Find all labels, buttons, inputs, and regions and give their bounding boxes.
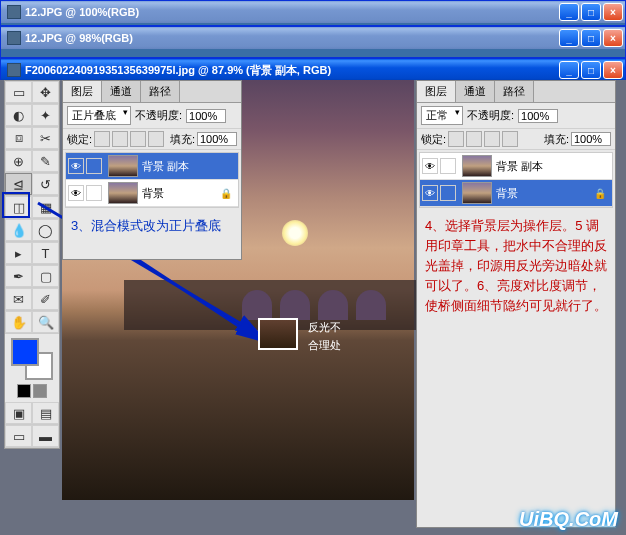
layer-thumbnail[interactable]: [108, 155, 138, 177]
minimize-button[interactable]: _: [559, 29, 579, 47]
panel-tabs: 图层 通道 路径: [417, 81, 615, 103]
swap-colors[interactable]: [33, 384, 47, 398]
foreground-color[interactable]: [11, 338, 39, 366]
tab-layers[interactable]: 图层: [417, 81, 456, 102]
window-controls: _ □ ×: [559, 61, 623, 79]
fill-input[interactable]: 100%: [571, 132, 611, 146]
annotation-line1: 反光不: [308, 318, 341, 336]
default-colors[interactable]: [17, 384, 31, 398]
link-icon[interactable]: [440, 158, 456, 174]
path-tool[interactable]: ▸: [5, 242, 32, 264]
opacity-input[interactable]: 100%: [186, 109, 226, 123]
fill-input[interactable]: 100%: [197, 132, 237, 146]
layer-list: 👁 背景 副本 👁 背景 🔒: [65, 152, 239, 208]
visibility-icon[interactable]: 👁: [422, 185, 438, 201]
quickmask-off[interactable]: ▣: [5, 402, 32, 424]
close-button[interactable]: ×: [603, 3, 623, 21]
app-icon: [7, 63, 21, 77]
lock-icon: 🔒: [594, 188, 606, 199]
layer-name: 背景: [496, 186, 518, 201]
fill-label: 填充:: [170, 132, 195, 147]
heal-tool[interactable]: ⊕: [5, 150, 32, 172]
quickmask-on[interactable]: ▤: [32, 402, 59, 424]
lock-position[interactable]: [484, 131, 500, 147]
hand-tool[interactable]: ✋: [5, 311, 32, 333]
annotation-box: [258, 318, 298, 350]
visibility-icon[interactable]: 👁: [68, 185, 84, 201]
blend-mode-dropdown[interactable]: 正片叠底: [67, 106, 131, 125]
lock-transparency[interactable]: [448, 131, 464, 147]
layer-bg[interactable]: 👁 背景 🔒: [420, 180, 612, 207]
link-icon[interactable]: [86, 185, 102, 201]
marquee-tool[interactable]: ▭: [5, 81, 32, 103]
pen-tool[interactable]: ✒: [5, 265, 32, 287]
blend-mode-dropdown[interactable]: 正常: [421, 106, 463, 125]
minimize-button[interactable]: _: [559, 61, 579, 79]
brush-tool[interactable]: ✎: [32, 150, 59, 172]
eyedropper-tool[interactable]: ✐: [32, 288, 59, 310]
titlebar-1[interactable]: 12.JPG @ 100%(RGB) _ □ ×: [1, 1, 625, 23]
layer-thumbnail[interactable]: [462, 182, 492, 204]
lock-position[interactable]: [130, 131, 146, 147]
screen-mode-1[interactable]: ▭: [5, 425, 32, 447]
maximize-button[interactable]: □: [581, 3, 601, 21]
tab-channels[interactable]: 通道: [456, 81, 495, 102]
layer-thumbnail[interactable]: [108, 182, 138, 204]
title-1: 12.JPG @ 100%(RGB): [25, 6, 559, 18]
blur-tool[interactable]: 💧: [5, 219, 32, 241]
maximize-button[interactable]: □: [581, 29, 601, 47]
wand-tool[interactable]: ✦: [32, 104, 59, 126]
visibility-icon[interactable]: 👁: [422, 158, 438, 174]
lock-transparency[interactable]: [94, 131, 110, 147]
close-button[interactable]: ×: [603, 61, 623, 79]
annotation-text: 反光不 合理处: [308, 318, 341, 354]
opacity-label: 不透明度:: [467, 108, 514, 123]
title-2: 12.JPG @ 98%(RGB): [25, 32, 559, 44]
zoom-tool[interactable]: 🔍: [32, 311, 59, 333]
move-tool[interactable]: ✥: [32, 81, 59, 103]
layer-thumbnail[interactable]: [462, 155, 492, 177]
eraser-tool[interactable]: ◫: [5, 196, 32, 218]
close-button[interactable]: ×: [603, 29, 623, 47]
link-icon[interactable]: [440, 185, 456, 201]
layer-list: 👁 背景 副本 👁 背景 🔒: [419, 152, 613, 208]
tab-paths[interactable]: 路径: [141, 81, 180, 102]
window-1: 12.JPG @ 100%(RGB) _ □ ×: [0, 0, 626, 26]
minimize-button[interactable]: _: [559, 3, 579, 21]
slice-tool[interactable]: ✂: [32, 127, 59, 149]
visibility-icon[interactable]: 👁: [68, 158, 84, 174]
tab-layers[interactable]: 图层: [63, 81, 102, 102]
lock-pixels[interactable]: [112, 131, 128, 147]
history-brush-tool[interactable]: ↺: [32, 173, 59, 195]
layer-bg-copy[interactable]: 👁 背景 副本: [66, 153, 238, 180]
lock-all[interactable]: [502, 131, 518, 147]
lock-pixels[interactable]: [466, 131, 482, 147]
toolbox: ▭✥ ◐✦ ⧈✂ ⊕✎ ⊴↺ ◫▦ 💧◯ ▸T ✒▢ ✉✐ ✋🔍 ▣▤ ▭▬: [4, 80, 60, 449]
layer-name: 背景: [142, 186, 164, 201]
type-tool[interactable]: T: [32, 242, 59, 264]
arch-graphic: [242, 290, 272, 320]
opacity-label: 不透明度:: [135, 108, 182, 123]
tab-channels[interactable]: 通道: [102, 81, 141, 102]
link-icon[interactable]: [86, 158, 102, 174]
tab-paths[interactable]: 路径: [495, 81, 534, 102]
shape-tool[interactable]: ▢: [32, 265, 59, 287]
notes-tool[interactable]: ✉: [5, 288, 32, 310]
window-2: 12.JPG @ 98%(RGB) _ □ ×: [0, 26, 626, 58]
titlebar-3[interactable]: F20060224091935135639975l.jpg @ 87.9% (背…: [1, 59, 625, 81]
lasso-tool[interactable]: ◐: [5, 104, 32, 126]
panel-tabs: 图层 通道 路径: [63, 81, 241, 103]
gradient-tool[interactable]: ▦: [32, 196, 59, 218]
stamp-tool[interactable]: ⊴: [5, 173, 32, 195]
crop-tool[interactable]: ⧈: [5, 127, 32, 149]
maximize-button[interactable]: □: [581, 61, 601, 79]
layer-name: 背景 副本: [496, 159, 543, 174]
screen-mode-2[interactable]: ▬: [32, 425, 59, 447]
layer-bg[interactable]: 👁 背景 🔒: [66, 180, 238, 207]
titlebar-2[interactable]: 12.JPG @ 98%(RGB) _ □ ×: [1, 27, 625, 49]
opacity-input[interactable]: 100%: [518, 109, 558, 123]
dodge-tool[interactable]: ◯: [32, 219, 59, 241]
lock-all[interactable]: [148, 131, 164, 147]
lock-label: 锁定:: [67, 132, 92, 147]
layer-bg-copy[interactable]: 👁 背景 副本: [420, 153, 612, 180]
